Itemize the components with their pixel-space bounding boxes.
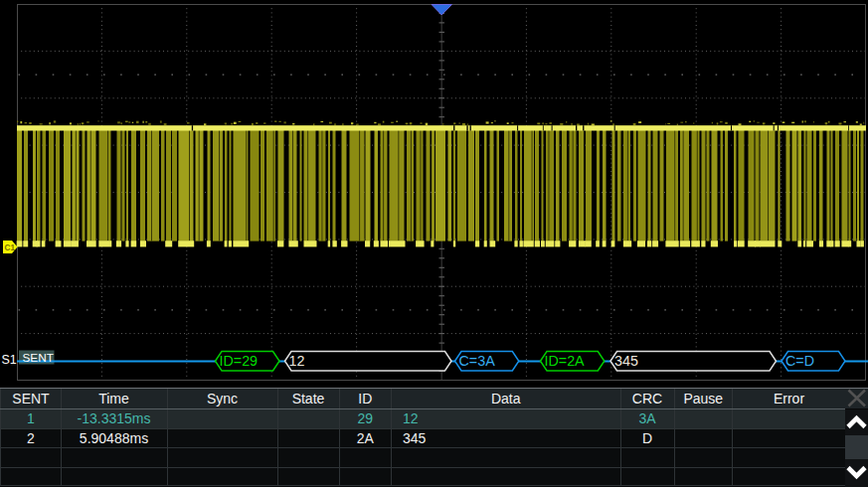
svg-text:345: 345 bbox=[614, 353, 638, 369]
svg-text:C1: C1 bbox=[5, 244, 16, 252]
svg-text:12: 12 bbox=[289, 353, 305, 369]
svg-text:S1: S1 bbox=[2, 353, 17, 367]
svg-text:C=D: C=D bbox=[785, 353, 814, 369]
svg-text:SENT: SENT bbox=[23, 351, 54, 365]
svg-text:ID=2A: ID=2A bbox=[545, 353, 586, 369]
svg-text:C=3A: C=3A bbox=[459, 353, 496, 369]
svg-text:ID=29: ID=29 bbox=[220, 353, 259, 369]
